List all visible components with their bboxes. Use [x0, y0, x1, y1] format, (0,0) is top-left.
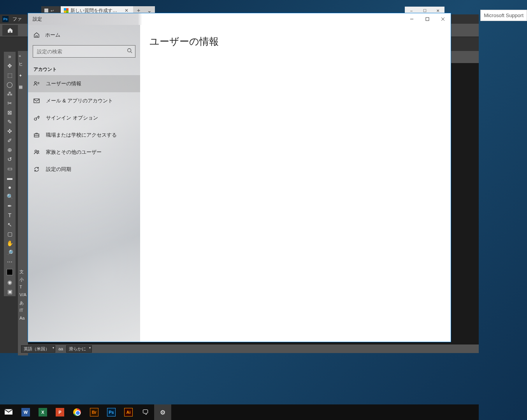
panel-history-label[interactable]: ヒ	[18, 60, 28, 69]
word-icon: W	[21, 408, 30, 416]
panel-wand-icon[interactable]: ✦	[18, 72, 28, 80]
photoshop-bottom-bar: 英語（米国） aa 滑らかに	[18, 344, 479, 353]
hand-tool-icon[interactable]: ✋	[4, 239, 16, 248]
path-tool-icon[interactable]: ↖	[4, 220, 16, 229]
mail-icon	[33, 98, 40, 104]
briefcase-icon	[33, 132, 40, 138]
settings-titlebar: 設定	[28, 13, 451, 25]
settings-search-input[interactable]	[33, 45, 135, 58]
ms-support-label: Microsoft Support	[480, 10, 527, 21]
photoshop-logo-icon: Ps	[2, 16, 9, 22]
eyedropper-tool-icon[interactable]: ✎	[4, 117, 16, 127]
antialias-dropdown[interactable]: 滑らかに	[66, 345, 92, 353]
help-taskbar-button[interactable]: 🗨	[137, 404, 154, 420]
wand-tool-icon[interactable]: ⁂	[4, 89, 16, 98]
settings-main-pane: ユーザーの情報	[140, 25, 451, 342]
dodge-tool-icon[interactable]: 🔍	[4, 192, 16, 201]
powerpoint-taskbar-button[interactable]: P	[51, 404, 69, 420]
expand-icon[interactable]: »	[4, 52, 16, 61]
eraser-tool-icon[interactable]: ▭	[4, 164, 16, 173]
powerpoint-icon: P	[56, 408, 64, 416]
photoshop-home-button[interactable]	[2, 25, 18, 36]
char-T-icon[interactable]: T	[18, 283, 28, 291]
char-a-icon[interactable]: あ	[18, 299, 28, 306]
chrome-taskbar-button[interactable]	[69, 404, 86, 420]
excel-taskbar-button[interactable]: X	[34, 404, 51, 420]
mail-taskbar-button[interactable]	[0, 404, 17, 420]
char-VA-icon[interactable]: V/A	[18, 291, 28, 299]
lasso-tool-icon[interactable]: ◯	[4, 80, 16, 89]
word-taskbar-button[interactable]: W	[17, 404, 34, 420]
heal-tool-icon[interactable]: ✜	[4, 127, 16, 136]
pen-tool-icon[interactable]: ✒	[4, 201, 16, 211]
nav-label: ユーザーの情報	[46, 80, 81, 87]
window-controls	[404, 13, 451, 25]
panel-expand-icon[interactable]: «	[18, 52, 28, 60]
maximize-button[interactable]	[420, 13, 435, 25]
minimize-button[interactable]	[404, 13, 420, 25]
frame-tool-icon[interactable]: ⊠	[4, 108, 16, 117]
aa-label: aa	[58, 346, 63, 351]
gradient-tool-icon[interactable]: ▬	[4, 173, 16, 183]
shape-tool-icon[interactable]: ▢	[4, 229, 16, 239]
char-Aa-icon[interactable]: Aa	[18, 314, 28, 322]
nav-email-accounts[interactable]: メール & アプリのアカウント	[28, 92, 140, 109]
help-icon: 🗨	[142, 408, 149, 416]
nav-label: 職場または学校にアクセスする	[46, 132, 117, 139]
settings-window-title: 設定	[28, 16, 404, 23]
chrome-icon	[73, 408, 81, 416]
nav-label: 設定の同期	[46, 166, 71, 173]
blur-tool-icon[interactable]: ●	[4, 183, 16, 192]
panel-swatch-icon[interactable]: ▦	[18, 83, 28, 91]
photoshop-taskbar-button[interactable]: Ps	[103, 404, 120, 420]
more-tools-icon[interactable]: ⋯	[4, 257, 16, 267]
account-section-header: アカウント	[28, 62, 140, 75]
zoom-tool-icon[interactable]: 🔎	[4, 248, 16, 257]
foreground-color-swatch[interactable]	[7, 269, 13, 275]
marquee-tool-icon[interactable]: ⬚	[4, 70, 16, 80]
crop-tool-icon[interactable]: ✂	[4, 98, 16, 108]
history-brush-icon[interactable]: ↺	[4, 155, 16, 164]
language-dropdown[interactable]: 英語（米国）	[21, 345, 55, 353]
close-button[interactable]	[435, 13, 451, 25]
char-panel-small[interactable]: 小	[18, 275, 28, 283]
settings-search-wrap	[28, 43, 140, 62]
nav-signin-options[interactable]: サインイン オプション	[28, 109, 140, 127]
tab-close-button[interactable]: ✕	[123, 8, 130, 13]
screen-mode-icon[interactable]: ▣	[4, 287, 16, 296]
people-icon	[33, 149, 40, 155]
excel-icon: X	[39, 408, 47, 416]
sync-icon	[33, 166, 40, 172]
nav-family-users[interactable]: 家族とその他のユーザー	[28, 144, 140, 161]
windows-taskbar: W X P Br Ps Ai 🗨 ⚙	[0, 404, 479, 420]
svg-point-14	[37, 151, 39, 152]
photoshop-icon: Ps	[107, 408, 116, 416]
bridge-taskbar-button[interactable]: Br	[86, 404, 103, 420]
nav-work-school[interactable]: 職場または学校にアクセスする	[28, 127, 140, 144]
settings-taskbar-button[interactable]: ⚙	[154, 404, 171, 420]
gear-icon: ⚙	[160, 409, 165, 416]
svg-rect-9	[34, 99, 39, 103]
nav-user-info[interactable]: ユーザーの情報	[28, 75, 140, 92]
illustrator-taskbar-button[interactable]: Ai	[120, 404, 137, 420]
settings-body: ホーム アカウント ユーザーの情報 メール & アプリのアカウント サインイン …	[28, 25, 451, 342]
key-icon	[33, 115, 40, 121]
home-nav-item[interactable]: ホーム	[28, 27, 140, 43]
quick-mask-icon[interactable]: ◉	[4, 278, 16, 287]
home-label: ホーム	[45, 32, 60, 39]
file-icon	[44, 9, 48, 12]
ps-menu-file[interactable]: ファ	[12, 16, 22, 23]
move-tool-icon[interactable]: ✥	[4, 61, 16, 70]
nav-label: サインイン オプション	[46, 114, 98, 121]
user-info-icon	[33, 81, 40, 87]
nav-sync-settings[interactable]: 設定の同期	[28, 161, 140, 178]
nav-label: 家族とその他のユーザー	[46, 149, 102, 156]
svg-point-4	[128, 49, 131, 52]
type-tool-icon[interactable]: T	[4, 211, 16, 220]
brush-tool-icon[interactable]: ✐	[4, 136, 16, 145]
stamp-tool-icon[interactable]: ⊕	[4, 145, 16, 155]
char-panel-label[interactable]: 文	[18, 267, 28, 275]
settings-sidebar: ホーム アカウント ユーザーの情報 メール & アプリのアカウント サインイン …	[28, 25, 140, 342]
page-title: ユーザーの情報	[149, 35, 441, 48]
char-IT-icon[interactable]: IT	[18, 306, 28, 314]
